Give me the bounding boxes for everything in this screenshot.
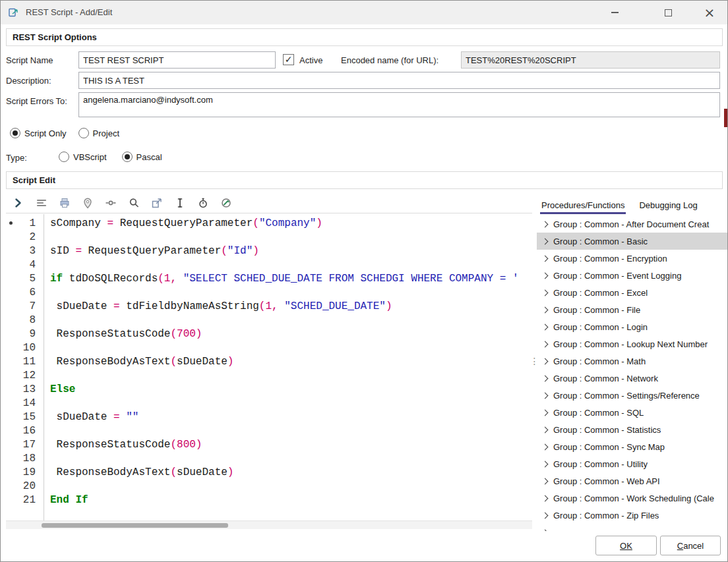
description-input[interactable] [78,72,720,89]
watch-icon[interactable] [102,194,119,211]
cancel-label-accel: C [677,541,683,551]
group-row[interactable]: Group : Common - Excel [537,284,727,301]
group-row[interactable]: Group : Common - File [537,301,727,318]
group-row[interactable]: Group : Common - Lookup Next Number [537,335,727,352]
chevron-right-icon [542,306,549,313]
group-row[interactable]: Group : Common - Web API [537,472,727,490]
chevron-right-icon [542,272,549,279]
group-label: Group : Common - Network [553,374,658,383]
group-row[interactable]: Group : Common - SQL [537,404,727,421]
group-label: Group : Common - File [553,305,640,315]
validate-icon[interactable] [218,194,235,211]
code-line[interactable]: sDueDate = "" [50,410,532,424]
code-line[interactable] [50,231,532,244]
tab-procedures-functions[interactable]: Procedures/Functions [540,200,626,214]
group-row[interactable]: Group : Common - Event Logging [537,267,727,284]
script-errors-input[interactable]: angelena.marciano@indysoft.com [78,92,720,117]
line-number-gutter: 123456789101112131415161718192021 [6,214,44,520]
group-row[interactable]: Group : Common - Login [537,318,727,335]
radio-label: Project [93,128,119,138]
radio-circle-icon[interactable] [78,128,89,138]
splitter-handle[interactable]: ⋮ [532,192,537,529]
code-line[interactable]: Else [50,383,532,397]
close-icon[interactable]: × [701,5,718,20]
group-label: Group : Common - Settings/Reference [553,391,700,401]
code-token: sDueDate [177,466,228,478]
cancel-label-rest: ancel [683,541,704,551]
format-lines-icon[interactable] [33,194,50,211]
scope-radio-group: Script OnlyProject [10,128,119,138]
code-line[interactable]: End If [50,493,532,507]
group-row[interactable] [537,524,727,531]
group-row[interactable]: Group : Common - Encryption [537,250,727,267]
group-row[interactable]: Group : Common - After Document Creat [537,215,727,233]
code-line[interactable]: ResponseStatusCode(800) [50,438,532,452]
radio-script-only[interactable]: Script Only [10,128,67,138]
code-line[interactable] [50,314,532,327]
export-icon[interactable] [148,194,166,211]
code-line[interactable] [50,424,532,438]
line-number: 19 [6,466,44,480]
minimize-icon[interactable] [606,5,623,20]
search-icon[interactable] [125,194,142,211]
group-row[interactable]: Group : Common - Sync Map [537,438,727,455]
group-label: Group : Common - Zip Files [553,511,659,520]
line-number: 18 [6,452,44,466]
radio-circle-icon[interactable] [122,152,133,162]
code-line[interactable]: ResponseBodyAsText(sDueDate) [50,466,532,480]
maximize-icon[interactable] [659,5,677,20]
ok-button[interactable]: OK [595,536,657,555]
radio-circle-icon[interactable] [10,128,20,138]
code-line[interactable] [50,341,532,355]
radio-pascal[interactable]: Pascal [122,152,162,162]
code-line[interactable]: sCompany = RequestQueryParameter("Compan… [50,217,532,231]
script-name-input[interactable] [78,51,276,69]
line-number: 4 [6,258,44,272]
code-editor[interactable]: sCompany = RequestQueryParameter("Compan… [45,214,532,520]
code-token: "Company" [259,217,316,229]
tab-debugging-log[interactable]: Debugging Log [638,200,698,214]
group-row[interactable]: Group : Common - Settings/Reference [537,387,727,404]
active-checkbox[interactable] [283,54,294,65]
code-line[interactable] [50,286,532,300]
code-line[interactable] [50,369,532,383]
code-token: End If [50,494,88,506]
text-cursor-icon[interactable] [171,194,189,211]
chevron-right-icon [542,238,549,244]
code-line[interactable] [50,480,532,493]
group-row[interactable]: Group : Common - Statistics [537,421,727,438]
chevron-right-icon [542,375,549,381]
group-row[interactable]: Group : Common - Utility [537,455,727,472]
code-line[interactable]: ResponseBodyAsText(sDueDate) [50,355,532,369]
radio-vbscript[interactable]: VBScript [59,152,107,162]
cancel-button[interactable]: Cancel [660,536,721,555]
horizontal-scrollbar[interactable] [6,520,532,529]
chevron-right-icon [542,289,549,296]
chevron-right-icon [542,461,549,467]
code-line[interactable]: ResponseStatusCode(700) [50,327,532,341]
stopwatch-icon[interactable] [195,194,212,211]
code-line[interactable]: sID = RequestQueryParameter("Id") [50,244,532,258]
code-token: ( [253,217,259,229]
marker-pin-icon[interactable] [79,194,96,211]
code-line[interactable]: sDueDate = tdFieldbyNameAsString(1, "SCH… [50,300,532,314]
options-section-title: REST Script Options [13,32,97,42]
code-line[interactable] [50,452,532,466]
print-icon[interactable] [56,194,73,211]
code-token: "Id" [228,245,253,257]
window-title: REST Script - Add/Edit [26,7,112,17]
group-row[interactable]: Group : Common - Zip Files [537,507,727,524]
group-row[interactable]: Group : Common - Basic [537,233,727,250]
run-icon[interactable] [10,194,27,211]
radio-project[interactable]: Project [78,128,119,138]
code-token: = [113,411,126,423]
radio-circle-icon[interactable] [59,152,69,162]
code-token: ( [170,356,177,368]
group-row[interactable]: Group : Common - Work Scheduling (Cale [537,490,727,507]
code-line[interactable]: if tdDoSQLRecords(1, "SELECT SCHED_DUE_D… [50,272,532,286]
group-row[interactable]: Group : Common - Network [537,370,727,387]
code-line[interactable] [50,258,532,272]
code-line[interactable] [50,397,532,410]
scrollbar-thumb[interactable] [42,523,228,528]
group-row[interactable]: Group : Common - Math [537,352,727,370]
